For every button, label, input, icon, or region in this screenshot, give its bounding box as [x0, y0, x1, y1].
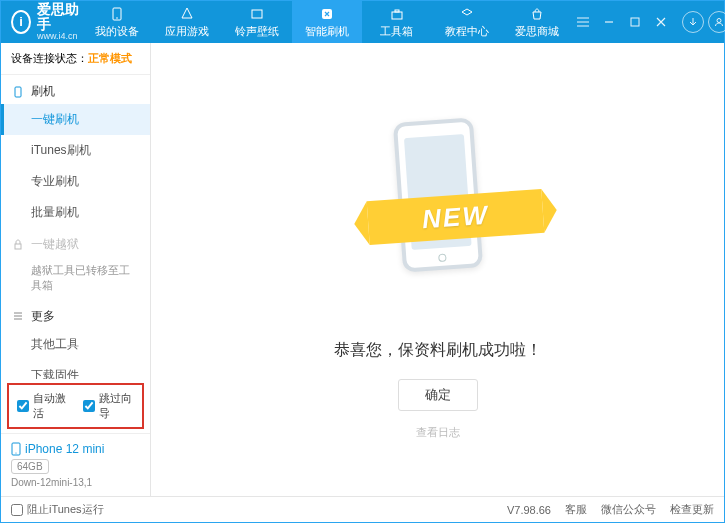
nav-label: 铃声壁纸	[235, 24, 279, 39]
chk-block-itunes[interactable]	[11, 504, 23, 516]
svg-rect-4	[392, 12, 402, 19]
phone-icon	[11, 442, 21, 456]
user-icon[interactable]	[708, 11, 725, 33]
block-itunes-label: 阻止iTunes运行	[27, 502, 104, 517]
apps-icon	[179, 6, 195, 22]
flash-icon	[319, 6, 335, 22]
wechat-link[interactable]: 微信公众号	[601, 502, 656, 517]
top-nav: 我的设备 应用游戏 铃声壁纸 智能刷机 工具箱 教程中心	[82, 1, 572, 43]
svg-rect-6	[631, 18, 639, 26]
section-more[interactable]: 更多	[1, 300, 150, 329]
view-log-link[interactable]: 查看日志	[416, 425, 460, 440]
nav-label: 工具箱	[380, 24, 413, 39]
sidebar-item-firmware[interactable]: 下载固件	[1, 360, 150, 379]
version-label: V7.98.66	[507, 504, 551, 516]
jailbreak-note: 越狱工具已转移至工具箱	[1, 257, 150, 300]
wallpaper-icon	[249, 6, 265, 22]
sidebar: 设备连接状态：正常模式 刷机 一键刷机 iTunes刷机 专业刷机 批量刷机 一…	[1, 43, 151, 496]
nav-label: 应用游戏	[165, 24, 209, 39]
success-message: 恭喜您，保资料刷机成功啦！	[334, 340, 542, 361]
device-icon	[109, 6, 125, 22]
conn-value: 正常模式	[88, 52, 132, 64]
nav-my-device[interactable]: 我的设备	[82, 1, 152, 43]
device-panel[interactable]: iPhone 12 mini 64GB Down-12mini-13,1	[1, 433, 150, 496]
sidebar-item-batch[interactable]: 批量刷机	[1, 197, 150, 228]
logo-icon: i	[11, 10, 31, 34]
support-link[interactable]: 客服	[565, 502, 587, 517]
minimize-icon[interactable]	[598, 11, 620, 33]
close-icon[interactable]	[650, 11, 672, 33]
lock-icon	[11, 239, 25, 251]
chk-label: 跳过向导	[99, 391, 135, 421]
update-link[interactable]: 检查更新	[670, 502, 714, 517]
nav-tutorials[interactable]: 教程中心	[432, 1, 502, 43]
connection-status: 设备连接状态：正常模式	[1, 43, 150, 75]
sidebar-item-oneclick[interactable]: 一键刷机	[1, 104, 150, 135]
sidebar-item-other[interactable]: 其他工具	[1, 329, 150, 360]
nav-apps[interactable]: 应用游戏	[152, 1, 222, 43]
main-content: NEW 恭喜您，保资料刷机成功啦！ 确定 查看日志	[151, 43, 724, 496]
chk-label: 自动激活	[33, 391, 69, 421]
app-window: i 爱思助手 www.i4.cn 我的设备 应用游戏 铃声壁纸 智能刷机	[0, 0, 725, 523]
svg-point-1	[116, 17, 118, 19]
nav-label: 教程中心	[445, 24, 489, 39]
nav-label: 智能刷机	[305, 24, 349, 39]
svg-rect-8	[15, 87, 21, 97]
titlebar: i 爱思助手 www.i4.cn 我的设备 应用游戏 铃声壁纸 智能刷机	[1, 1, 724, 43]
section-flash[interactable]: 刷机	[1, 75, 150, 104]
section-label: 刷机	[31, 83, 55, 100]
chk-skip-guide-input[interactable]	[83, 400, 95, 412]
svg-rect-5	[395, 10, 399, 12]
device-name: iPhone 12 mini	[11, 442, 140, 456]
logo: i 爱思助手 www.i4.cn	[11, 2, 82, 43]
nav-ringtones[interactable]: 铃声壁纸	[222, 1, 292, 43]
svg-rect-2	[252, 10, 262, 18]
sidebar-item-pro[interactable]: 专业刷机	[1, 166, 150, 197]
title-controls	[572, 11, 725, 33]
nav-store[interactable]: 爱思商城	[502, 1, 572, 43]
section-label: 更多	[31, 308, 55, 325]
statusbar: 阻止iTunes运行 V7.98.66 客服 微信公众号 检查更新	[1, 496, 724, 522]
section-jailbreak: 一键越狱	[1, 228, 150, 257]
sidebar-item-itunes[interactable]: iTunes刷机	[1, 135, 150, 166]
success-illustration: NEW	[368, 100, 508, 300]
svg-point-11	[15, 452, 16, 453]
app-url: www.i4.cn	[37, 32, 82, 42]
body: 设备连接状态：正常模式 刷机 一键刷机 iTunes刷机 专业刷机 批量刷机 一…	[1, 43, 724, 496]
section-label: 一键越狱	[31, 236, 79, 253]
svg-point-7	[717, 19, 721, 23]
chk-auto-activate-input[interactable]	[17, 400, 29, 412]
options-row: 自动激活 跳过向导	[7, 383, 144, 429]
more-icon	[11, 310, 25, 322]
nav-flash[interactable]: 智能刷机	[292, 1, 362, 43]
svg-rect-9	[15, 244, 21, 249]
conn-label: 设备连接状态：	[11, 52, 88, 64]
device-storage-badge: 64GB	[11, 459, 49, 474]
nav-label: 爱思商城	[515, 24, 559, 39]
toolbox-icon	[389, 6, 405, 22]
menu-icon[interactable]	[572, 11, 594, 33]
new-banner: NEW	[366, 188, 544, 244]
phone-icon	[11, 86, 25, 98]
store-icon	[529, 6, 545, 22]
chk-skip-guide[interactable]: 跳过向导	[83, 391, 135, 421]
device-meta: Down-12mini-13,1	[11, 477, 140, 488]
new-text: NEW	[421, 199, 490, 235]
nav-toolbox[interactable]: 工具箱	[362, 1, 432, 43]
download-icon[interactable]	[682, 11, 704, 33]
ok-button[interactable]: 确定	[398, 379, 478, 411]
app-name: 爱思助手	[37, 2, 82, 33]
nav-label: 我的设备	[95, 24, 139, 39]
device-name-text: iPhone 12 mini	[25, 442, 104, 456]
tutorial-icon	[459, 6, 475, 22]
chk-auto-activate[interactable]: 自动激活	[17, 391, 69, 421]
maximize-icon[interactable]	[624, 11, 646, 33]
